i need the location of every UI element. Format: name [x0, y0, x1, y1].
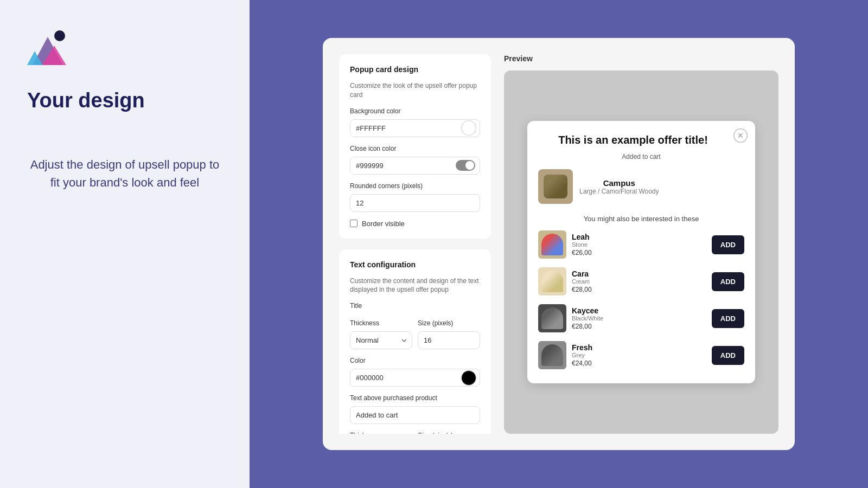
rec-product-4-details: Fresh Grey €24,00: [572, 343, 706, 367]
popup-card: ✕ This is an example offer title! Added …: [527, 121, 755, 383]
rec-product-2-variant: Cream: [572, 278, 706, 285]
text-above-field: Text above purchased product: [350, 394, 480, 424]
rec-product-3-thumb: [538, 304, 566, 332]
close-icon-color-label: Close icon color: [350, 145, 480, 152]
popup-offer-title: This is an example offer title!: [538, 134, 744, 146]
rec-hat-1-icon: [541, 234, 563, 255]
thickness-select[interactable]: Thin Normal Bold Extra Bold: [350, 331, 412, 349]
rec-product-4-thumb: [538, 341, 566, 369]
title-color-label: Color: [350, 357, 480, 364]
rec-product-1-thumb: [538, 230, 566, 259]
rec-product-1-details: Leah Stone €26,00: [572, 233, 706, 256]
purchased-product-image: [538, 169, 573, 204]
bg-color-input[interactable]: [350, 120, 461, 137]
rec-product-1: Leah Stone €26,00 ADD: [538, 227, 744, 262]
added-to-cart-text: Added to cart: [538, 153, 744, 160]
close-icon-color-toggle[interactable]: [456, 160, 475, 171]
rounded-corners-label: Rounded corners (pixels): [350, 182, 480, 190]
close-icon-color-field: Close icon color: [350, 145, 480, 175]
text-above-size-label: Size (pixels): [418, 432, 480, 434]
main-card: Popup card design Customize the look of …: [323, 38, 795, 450]
close-icon-color-input-wrapper[interactable]: [350, 157, 480, 175]
purchased-product: Campus Large / Camo/Floral Woody: [538, 165, 744, 208]
preview-label: Preview: [504, 54, 778, 63]
rec-hat-2-icon: [541, 271, 563, 292]
bg-color-swatch[interactable]: [461, 120, 476, 136]
title-color-field: Color: [350, 357, 480, 387]
rec-product-4-variant: Grey: [572, 352, 706, 358]
rec-product-3-variant: Black/White: [572, 315, 706, 322]
left-panel: Your design Adjust the design of upsell …: [0, 0, 250, 488]
rec-product-4-price: €24,00: [572, 359, 706, 367]
title-color-swatch[interactable]: [461, 370, 476, 386]
rec-product-2-add-button[interactable]: ADD: [712, 272, 744, 291]
popup-card-design-section: Popup card design Customize the look of …: [339, 54, 491, 239]
rec-hat-3-icon: [541, 307, 563, 329]
size-field: Size (pixels): [418, 319, 480, 349]
text-above-label: Text above purchased product: [350, 394, 480, 402]
popup-close-button[interactable]: ✕: [733, 129, 748, 143]
rec-product-2-details: Cara Cream €28,00: [572, 269, 706, 293]
title-color-input[interactable]: [350, 369, 461, 386]
rec-product-4-name: Fresh: [572, 343, 706, 352]
rec-product-1-add-button[interactable]: ADD: [712, 235, 744, 254]
svg-point-0: [54, 30, 65, 41]
rec-product-3-details: Kaycee Black/White €28,00: [572, 306, 706, 330]
right-panel: Popup card design Customize the look of …: [250, 0, 868, 488]
recommendation-list: Leah Stone €26,00 ADD Cara: [538, 227, 744, 373]
text-above-thickness-field: Thickness: [350, 432, 412, 434]
rec-product-1-name: Leah: [572, 233, 706, 241]
text-config-desc: Customize the content and design of the …: [350, 277, 480, 295]
rec-product-4-add-button[interactable]: ADD: [712, 346, 744, 365]
rec-product-2-price: €28,00: [572, 286, 706, 293]
popup-card-design-title: Popup card design: [350, 65, 480, 74]
config-panel: Popup card design Customize the look of …: [339, 54, 491, 434]
rec-product-2-name: Cara: [572, 269, 706, 278]
border-visible-row: Border visible: [350, 220, 480, 228]
rec-product-2: Cara Cream €28,00 ADD: [538, 264, 744, 299]
text-above-input[interactable]: [350, 406, 480, 424]
rounded-corners-input[interactable]: [350, 194, 480, 212]
rec-product-4: Fresh Grey €24,00 ADD: [538, 338, 744, 373]
thickness-label: Thickness: [350, 319, 412, 327]
rec-hat-4-icon: [541, 344, 563, 366]
rec-product-3-price: €28,00: [572, 323, 706, 330]
purchased-product-info: Campus Large / Camo/Floral Woody: [579, 178, 659, 195]
text-above-thickness-label: Thickness: [350, 432, 412, 434]
bg-color-label: Background color: [350, 107, 480, 115]
title-color-input-wrapper[interactable]: [350, 369, 480, 387]
rec-product-1-price: €26,00: [572, 249, 706, 256]
jacket-icon: [544, 175, 567, 198]
title-thickness-size-row: Thickness Thin Normal Bold Extra Bold Si…: [350, 319, 480, 349]
bg-color-field: Background color: [350, 107, 480, 137]
purchased-product-variant: Large / Camo/Floral Woody: [579, 188, 659, 195]
rec-product-2-thumb: [538, 267, 566, 296]
border-visible-checkbox[interactable]: [350, 220, 358, 227]
size-label: Size (pixels): [418, 319, 480, 327]
text-above-thickness-size-row: Thickness Size (pixels): [350, 432, 480, 434]
text-above-size-field: Size (pixels): [418, 432, 480, 434]
popup-card-design-desc: Customize the look of the upsell offer p…: [350, 81, 480, 100]
logo: [27, 27, 222, 73]
added-to-cart-section: Added to cart Campus Large / Camo/Floral…: [538, 153, 744, 208]
rec-product-3-name: Kaycee: [572, 306, 706, 315]
size-input[interactable]: [418, 331, 480, 349]
rounded-corners-field: Rounded corners (pixels): [350, 182, 480, 212]
close-icon-color-input[interactable]: [350, 157, 456, 174]
left-title: Your design: [27, 89, 222, 112]
text-config-section: Text configuration Customize the content…: [339, 249, 491, 434]
bg-color-input-wrapper[interactable]: [350, 119, 480, 137]
text-config-title: Text configuration: [350, 260, 480, 269]
preview-bg: ✕ This is an example offer title! Added …: [504, 70, 778, 434]
rec-product-3-add-button[interactable]: ADD: [712, 309, 744, 328]
you-might-text: You might also be interested in these: [538, 215, 744, 223]
thickness-field: Thickness Thin Normal Bold Extra Bold: [350, 319, 412, 349]
purchased-product-name: Campus: [579, 178, 659, 188]
title-sub-label: Title: [350, 302, 480, 310]
rec-product-3: Kaycee Black/White €28,00 ADD: [538, 301, 744, 336]
left-description: Adjust the design of upsell popup to fit…: [27, 156, 222, 191]
border-visible-label: Border visible: [362, 220, 405, 228]
preview-panel: Preview ✕ This is an example offer title…: [491, 54, 778, 434]
rec-product-1-variant: Stone: [572, 241, 706, 248]
